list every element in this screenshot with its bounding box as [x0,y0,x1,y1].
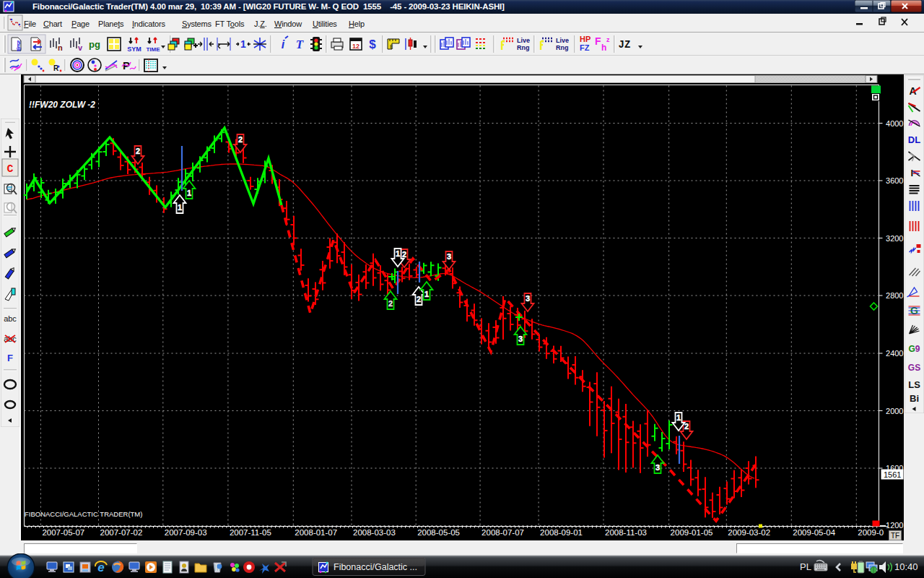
svg-text:2400: 2400 [886,349,903,358]
svg-text:DL: DL [908,134,920,145]
svg-text:h: h [601,43,606,53]
svg-text:Rng: Rng [517,44,530,51]
svg-text:2009-03-02: 2009-03-02 [728,528,770,537]
svg-text:1: 1 [240,38,246,50]
svg-text:2000: 2000 [886,407,903,415]
svg-text:1561: 1561 [884,470,901,479]
svg-text:TIME: TIME [146,46,160,53]
svg-text:1: 1 [178,203,182,212]
svg-text:Bi: Bi [910,393,919,404]
svg-text:2009-01-05: 2009-01-05 [671,528,713,537]
svg-text:1: 1 [187,189,191,197]
svg-text:Rng: Rng [556,44,569,51]
svg-text:GS: GS [908,363,920,373]
svg-text:3: 3 [518,335,523,343]
svg-text:C: C [6,163,13,176]
svg-text:2008-05-05: 2008-05-05 [417,528,460,537]
svg-text:2: 2 [136,147,140,155]
svg-text:JZ: JZ [619,39,631,51]
svg-text:e: e [97,561,104,574]
svg-text:pg: pg [89,39,100,50]
svg-text:2007-09-03: 2007-09-03 [165,528,207,537]
svg-text:Live: Live [517,37,530,44]
svg-text:1: 1 [424,290,429,298]
svg-text:3600: 3600 [886,176,903,185]
svg-text:SYM: SYM [127,46,141,53]
svg-text:FIBONACCI/GALACTIC TRADER(TM): FIBONACCI/GALACTIC TRADER(TM) [25,510,142,518]
svg-text:2008-09-01: 2008-09-01 [540,528,583,537]
svg-text:2008-01-07: 2008-01-07 [295,528,337,537]
svg-text:1: 1 [676,413,681,422]
svg-text:2007-07-02: 2007-07-02 [100,528,143,537]
svg-text:2009-0: 2009-0 [858,528,884,537]
svg-text:2: 2 [238,135,243,144]
svg-text:v: v [78,43,83,52]
svg-text:2008-07-07: 2008-07-07 [481,528,524,537]
svg-text:2007-05-07: 2007-05-07 [42,528,84,537]
svg-text:z: z [606,36,610,43]
svg-text:PL: PL [800,561,811,572]
svg-text:i: i [282,38,285,51]
svg-text:Live: Live [556,37,569,44]
svg-text:2009-05-04: 2009-05-04 [793,528,835,537]
svg-text:2008-11-03: 2008-11-03 [605,528,647,537]
svg-text:2: 2 [402,250,406,259]
svg-text:TF: TF [891,532,899,540]
svg-text:2007-11-05: 2007-11-05 [230,528,271,537]
svg-text:HP: HP [580,35,590,43]
svg-text:2: 2 [388,299,393,308]
svg-text:3200: 3200 [886,234,903,243]
svg-text:10:40: 10:40 [894,561,918,572]
svg-text:2800: 2800 [886,291,903,300]
svg-text:2: 2 [417,295,421,303]
svg-text:G9: G9 [908,344,920,354]
svg-text:1: 1 [396,249,400,258]
svg-text:Fibonacci/Galactic ...: Fibonacci/Galactic ... [334,562,417,572]
svg-text:abc: abc [4,314,17,323]
svg-text:4000: 4000 [886,119,903,128]
svg-text:!!FW20 ZOLW -2: !!FW20 ZOLW -2 [29,100,95,110]
svg-text:FZ: FZ [580,43,590,52]
svg-text:F: F [7,353,13,363]
svg-text:F: F [595,35,601,47]
svg-text:3: 3 [526,294,530,303]
svg-text:2008-03-03: 2008-03-03 [353,528,396,537]
svg-text:$: $ [369,38,376,51]
svg-text:LS: LS [908,379,920,390]
svg-text:1200: 1200 [886,521,903,530]
svg-text:3: 3 [447,252,451,261]
svg-text:12: 12 [352,43,359,50]
svg-text:E: E [390,44,393,49]
svg-text:T: T [296,38,304,51]
svg-text:n: n [58,43,63,52]
svg-text:3: 3 [655,463,660,472]
